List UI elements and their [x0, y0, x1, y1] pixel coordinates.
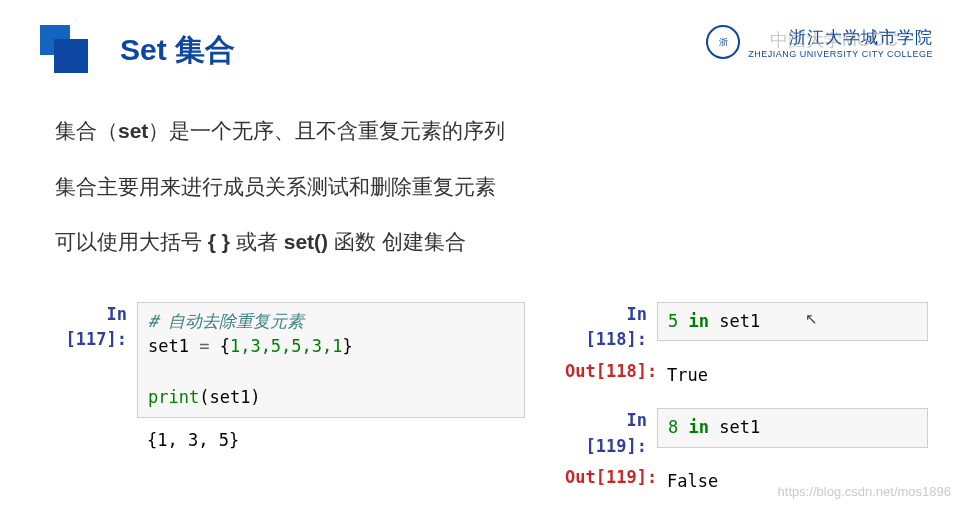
cell-119-code: 8 in set1: [657, 408, 928, 448]
prompt-in-117: In [117]:: [45, 302, 137, 353]
code-right-column: In [118]: 5 in set1 Out[118]: True In [1…: [565, 302, 928, 505]
para-1: 集合（set）是一个无序、且不含重复元素的序列: [55, 115, 918, 147]
cell-117-in: In [117]: # 自动去除重复元素 set1 = {1,3,5,5,3,1…: [45, 302, 525, 418]
prompt-in-119: In [119]:: [565, 408, 657, 459]
cell-118-out: Out[118]: True: [565, 359, 928, 393]
prompt-in-118: In [118]:: [565, 302, 657, 353]
cell-117-out: {1, 3, 5}: [45, 424, 525, 458]
cell-117-code: # 自动去除重复元素 set1 = {1,3,5,5,3,1} print(se…: [137, 302, 525, 418]
cell-117-output: {1, 3, 5}: [137, 424, 525, 458]
body-text: 集合（set）是一个无序、且不含重复元素的序列 集合主要用来进行成员关系测试和删…: [0, 75, 973, 258]
cell-118-in: In [118]: 5 in set1: [565, 302, 928, 353]
title-block: Set 集合: [40, 25, 235, 75]
url-watermark: https://blog.csdn.net/mos1896: [778, 484, 951, 499]
squares-icon: [40, 25, 90, 75]
para-3: 可以使用大括号 { } 或者 set() 函数 创建集合: [55, 226, 918, 258]
prompt-out-118: Out[118]:: [565, 359, 657, 385]
mooc-watermark: 中国大学MOOC: [770, 28, 898, 52]
cursor-icon: ↖: [805, 310, 818, 328]
cell-118-output: True: [657, 359, 928, 393]
code-row: In [117]: # 自动去除重复元素 set1 = {1,3,5,5,3,1…: [0, 282, 973, 505]
code-left-column: In [117]: # 自动去除重复元素 set1 = {1,3,5,5,3,1…: [45, 302, 525, 505]
para-2: 集合主要用来进行成员关系测试和删除重复元素: [55, 171, 918, 203]
cell-118-code: 5 in set1: [657, 302, 928, 342]
cell-119-in: In [119]: 8 in set1: [565, 408, 928, 459]
seal-icon: 浙: [706, 25, 740, 59]
slide-title: Set 集合: [120, 30, 235, 71]
prompt-out-119: Out[119]:: [565, 465, 657, 491]
